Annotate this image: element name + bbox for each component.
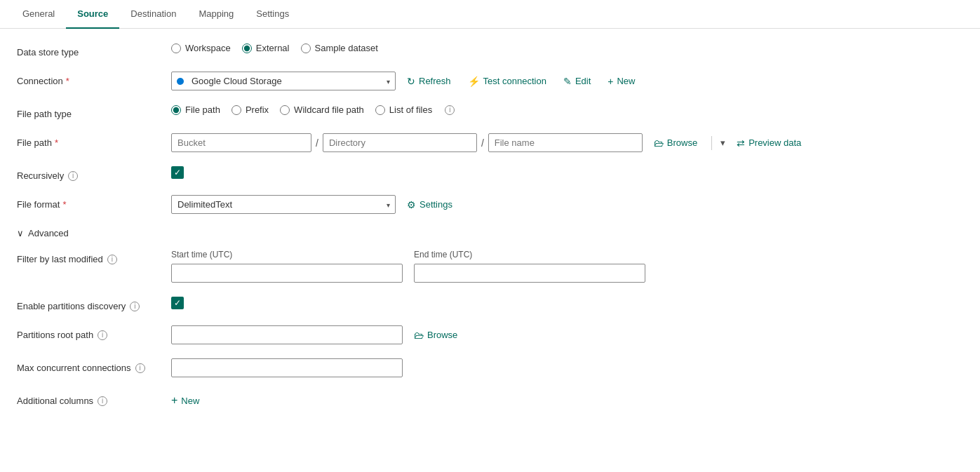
connection-select-wrapper: Google Cloud Storage ▾ — [171, 72, 396, 90]
partitions-browse-icon: 🗁 — [414, 330, 424, 341]
max-connections-info-icon: i — [135, 363, 145, 373]
radio-external-input[interactable] — [242, 43, 252, 53]
radio-workspace-label: Workspace — [185, 43, 231, 53]
start-time-col: Start time (UTC) — [171, 250, 403, 283]
max-connections-input[interactable] — [171, 358, 403, 377]
radio-wildcard-input[interactable] — [280, 105, 290, 115]
file-format-required: * — [62, 199, 66, 210]
radio-filepath[interactable]: File path — [171, 104, 220, 115]
radio-listoffiles-input[interactable] — [375, 105, 385, 115]
file-format-row: File format * DelimitedText ▾ ⚙ Settings — [17, 195, 963, 214]
file-path-type-row: File path type File path Prefix Wildcard… — [17, 104, 963, 119]
end-time-label: End time (UTC) — [414, 250, 645, 259]
path-separator-2: / — [477, 137, 488, 149]
radio-filepath-label: File path — [185, 104, 220, 115]
edit-button[interactable]: ✎ Edit — [558, 73, 596, 90]
test-connection-button[interactable]: ⚡ Test connection — [462, 73, 552, 90]
file-format-select-wrapper: DelimitedText ▾ — [171, 195, 396, 214]
radio-filepath-input[interactable] — [171, 105, 181, 115]
toolbar-separator — [711, 136, 712, 150]
refresh-button[interactable]: ↻ Refresh — [401, 73, 457, 90]
preview-icon: ⇄ — [737, 137, 745, 149]
datetime-group: Start time (UTC) End time (UTC) — [171, 250, 645, 283]
radio-workspace-input[interactable] — [171, 43, 181, 53]
tab-settings[interactable]: Settings — [245, 0, 300, 29]
recursively-checkbox[interactable]: ✓ — [171, 166, 184, 179]
path-separator-1: / — [311, 137, 323, 149]
radio-workspace[interactable]: Workspace — [171, 43, 231, 53]
radio-listoffiles-label: List of files — [389, 104, 432, 115]
partitions-root-path-input[interactable] — [171, 325, 403, 344]
connection-select[interactable]: Google Cloud Storage — [171, 72, 396, 90]
tab-destination[interactable]: Destination — [119, 0, 187, 29]
recursively-info-icon: i — [68, 171, 78, 181]
max-connections-controls — [171, 358, 403, 377]
connection-label: Connection * — [17, 72, 171, 86]
browse-folder-icon: 🗁 — [654, 137, 664, 149]
max-connections-label: Max concurrent connections i — [17, 358, 171, 373]
file-path-inputs: / / — [171, 133, 643, 152]
directory-input[interactable] — [323, 133, 477, 152]
source-panel: Data store type Workspace External Sampl… — [0, 29, 980, 438]
file-format-controls: DelimitedText ▾ ⚙ Settings — [171, 195, 458, 214]
data-store-type-label: Data store type — [17, 43, 171, 58]
radio-sample-input[interactable] — [301, 43, 311, 53]
preview-data-button[interactable]: ⇄ Preview data — [731, 135, 807, 151]
advanced-toggle-button[interactable]: ∨ Advanced — [17, 228, 69, 238]
connection-row: Connection * Google Cloud Storage ▾ ↻ Re… — [17, 72, 963, 90]
tab-source[interactable]: Source — [66, 0, 119, 29]
radio-external-label: External — [256, 43, 290, 53]
tab-mapping[interactable]: Mapping — [187, 0, 245, 29]
data-store-radio-group: Workspace External Sample dataset — [171, 43, 378, 53]
edit-icon: ✎ — [563, 76, 572, 87]
file-path-type-label: File path type — [17, 104, 171, 119]
tab-bar: General Source Destination Mapping Setti… — [0, 0, 980, 29]
radio-sample[interactable]: Sample dataset — [301, 43, 378, 53]
partitions-root-path-row: Partitions root path i 🗁 Browse — [17, 325, 963, 344]
connection-required: * — [66, 76, 69, 86]
radio-external[interactable]: External — [242, 43, 290, 53]
file-format-settings-button[interactable]: ⚙ Settings — [401, 196, 458, 213]
start-time-input[interactable] — [171, 264, 403, 283]
end-time-input[interactable] — [414, 264, 645, 283]
settings-icon: ⚙ — [407, 199, 416, 210]
new-connection-button[interactable]: + New — [602, 73, 640, 90]
additional-columns-new-button[interactable]: + New — [171, 391, 199, 410]
bucket-input[interactable] — [171, 133, 311, 152]
partitions-discovery-row: Enable partitions discovery i ✓ — [17, 297, 963, 311]
additional-columns-controls: + New — [171, 391, 199, 410]
tab-general[interactable]: General — [11, 0, 66, 29]
file-format-select[interactable]: DelimitedText — [171, 195, 396, 214]
partitions-check-icon: ✓ — [174, 298, 181, 308]
start-time-label: Start time (UTC) — [171, 250, 403, 259]
file-path-controls: / / 🗁 Browse ▾ ⇄ Preview data — [171, 133, 807, 152]
partitions-root-path-info-icon: i — [98, 330, 107, 340]
radio-listoffiles[interactable]: List of files — [375, 104, 432, 115]
advanced-content: Filter by last modified i Start time (UT… — [17, 238, 963, 410]
partitions-discovery-checkbox[interactable]: ✓ — [171, 297, 184, 309]
file-path-type-radio-group: File path Prefix Wildcard file path List… — [171, 104, 455, 115]
connection-controls: Google Cloud Storage ▾ ↻ Refresh ⚡ Test … — [171, 72, 640, 90]
file-format-label: File format * — [17, 195, 171, 210]
file-path-type-controls: File path Prefix Wildcard file path List… — [171, 104, 455, 115]
radio-prefix-label: Prefix — [246, 104, 269, 115]
browse-button[interactable]: 🗁 Browse — [648, 135, 703, 151]
max-connections-row: Max concurrent connections i — [17, 358, 963, 377]
partitions-root-path-label: Partitions root path i — [17, 325, 171, 340]
filter-last-modified-label: Filter by last modified i — [17, 250, 171, 264]
partitions-root-path-controls: 🗁 Browse — [171, 325, 463, 344]
chevron-down-icon[interactable]: ▾ — [720, 137, 725, 148]
radio-wildcard-label: Wildcard file path — [294, 104, 364, 115]
data-store-type-controls: Workspace External Sample dataset — [171, 43, 378, 53]
filename-input[interactable] — [488, 133, 643, 152]
additional-columns-row: Additional columns i + New — [17, 391, 963, 410]
recursively-label: Recursively i — [17, 166, 171, 181]
new-icon: + — [608, 76, 613, 87]
filter-info-icon: i — [107, 255, 117, 264]
radio-prefix[interactable]: Prefix — [231, 104, 269, 115]
file-path-row: File path * / / 🗁 Browse ▾ ⇄ Preview dat… — [17, 133, 963, 152]
partitions-browse-button[interactable]: 🗁 Browse — [408, 327, 463, 344]
radio-prefix-input[interactable] — [231, 105, 241, 115]
radio-wildcard[interactable]: Wildcard file path — [280, 104, 364, 115]
gcs-dot-icon — [177, 78, 184, 85]
